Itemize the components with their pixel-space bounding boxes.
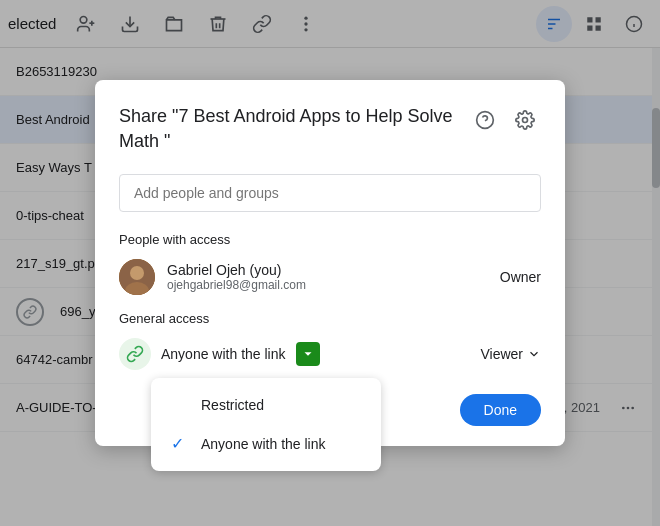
svg-point-24	[130, 266, 144, 280]
viewer-label: Viewer	[480, 346, 523, 362]
add-people-input[interactable]	[119, 174, 541, 212]
share-modal: Share "7 Best Android Apps to Help Solve…	[95, 80, 565, 446]
viewer-select[interactable]: Viewer	[480, 346, 541, 362]
general-access-label: General access	[119, 311, 541, 326]
access-dropdown-menu: Restricted ✓ Anyone with the link	[151, 378, 381, 471]
modal-header: Share "7 Best Android Apps to Help Solve…	[119, 104, 541, 154]
avatar-image	[119, 259, 155, 295]
help-icon-button[interactable]	[469, 104, 501, 136]
access-type-button[interactable]: Anyone with the link	[161, 346, 286, 362]
modal-backdrop: Share "7 Best Android Apps to Help Solve…	[0, 0, 660, 526]
anyone-with-link-option[interactable]: ✓ Anyone with the link	[151, 424, 381, 463]
general-access-row: Anyone with the link Viewer	[119, 338, 541, 370]
person-info: Gabriel Ojeh (you) ojehgabriel98@gmail.c…	[167, 262, 488, 292]
person-email: ojehgabriel98@gmail.com	[167, 278, 488, 292]
restricted-checkmark	[171, 396, 189, 414]
modal-header-icons	[469, 104, 541, 136]
access-type-label: Anyone with the link	[161, 346, 286, 362]
settings-icon-button[interactable]	[509, 104, 541, 136]
dropdown-toggle-button[interactable]	[296, 342, 320, 366]
svg-point-22	[523, 117, 528, 122]
person-row: Gabriel Ojeh (you) ojehgabriel98@gmail.c…	[119, 259, 541, 295]
general-access-section: General access Anyone with the link	[119, 311, 541, 370]
link-access-icon	[119, 338, 151, 370]
anyone-label: Anyone with the link	[201, 436, 326, 452]
restricted-option[interactable]: Restricted	[151, 386, 381, 424]
restricted-label: Restricted	[201, 397, 264, 413]
people-section-label: People with access	[119, 232, 541, 247]
anyone-checkmark: ✓	[171, 434, 189, 453]
avatar	[119, 259, 155, 295]
done-button[interactable]: Done	[460, 394, 541, 426]
person-role: Owner	[500, 269, 541, 285]
person-name: Gabriel Ojeh (you)	[167, 262, 488, 278]
modal-title: Share "7 Best Android Apps to Help Solve…	[119, 104, 469, 154]
